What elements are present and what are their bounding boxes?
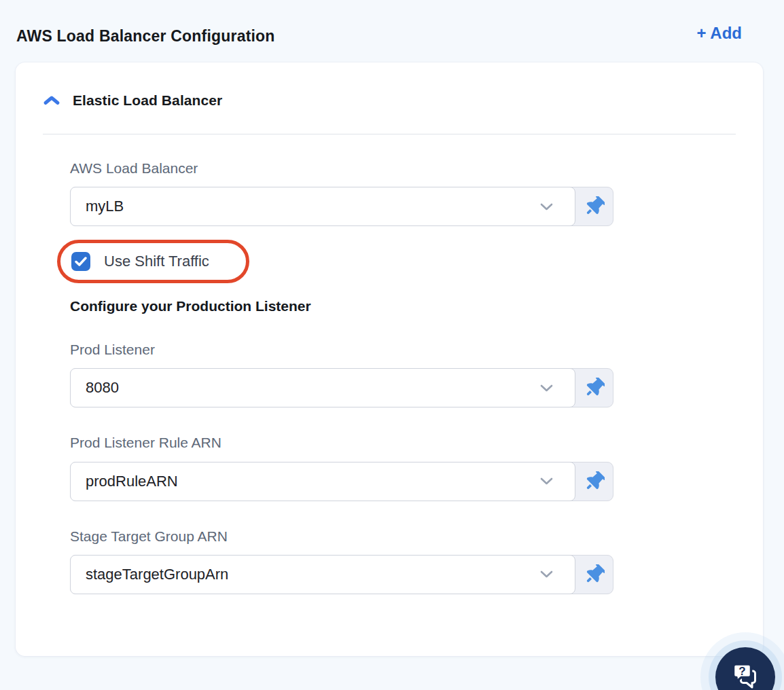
- section-title: Elastic Load Balancer: [73, 92, 222, 109]
- annotation-highlight: Use Shift Traffic: [57, 240, 249, 283]
- pin-button[interactable]: [575, 187, 613, 225]
- svg-text:?: ?: [738, 665, 745, 678]
- chevron-up-icon: [43, 94, 60, 107]
- prod-listener-select[interactable]: 8080: [70, 368, 575, 407]
- field-value: myLB: [86, 198, 540, 215]
- pushpin-icon: [584, 564, 605, 585]
- field-label: Prod Listener Rule ARN: [70, 434, 613, 451]
- chevron-down-icon: [540, 384, 553, 392]
- prod-listener-rule-arn-select[interactable]: prodRuleARN: [70, 462, 575, 501]
- aws-load-balancer-select[interactable]: myLB: [70, 187, 575, 226]
- page-header: AWS Load Balancer Configuration + Add: [0, 0, 784, 46]
- page-title: AWS Load Balancer Configuration: [16, 27, 275, 46]
- section-divider: [43, 134, 736, 134]
- use-shift-traffic-label[interactable]: Use Shift Traffic: [104, 253, 209, 270]
- chevron-down-icon: [540, 203, 553, 211]
- prod-listener-rule-arn-field: prodRuleARN: [70, 462, 613, 501]
- production-listener-heading: Configure your Production Listener: [70, 298, 613, 314]
- aws-load-balancer-field: myLB: [70, 187, 613, 226]
- pushpin-icon: [584, 471, 605, 492]
- field-value: prodRuleARN: [86, 473, 540, 490]
- chevron-down-icon: [540, 477, 553, 485]
- add-button[interactable]: + Add: [697, 24, 742, 42]
- prod-listener-field: 8080: [70, 368, 613, 407]
- pin-button[interactable]: [575, 369, 613, 407]
- load-balancer-card: Elastic Load Balancer AWS Load Balancer …: [16, 62, 763, 656]
- chevron-down-icon: [540, 570, 553, 578]
- chat-question-icon: ?: [730, 660, 761, 690]
- stage-target-group-arn-select[interactable]: stageTargetGroupArn: [70, 555, 575, 594]
- field-value: stageTargetGroupArn: [86, 566, 540, 583]
- field-label: AWS Load Balancer: [70, 160, 613, 177]
- field-label: Prod Listener: [70, 341, 613, 358]
- pushpin-icon: [584, 378, 605, 398]
- pin-button[interactable]: [575, 462, 613, 501]
- stage-target-group-arn-field: stageTargetGroupArn: [70, 555, 613, 594]
- use-shift-traffic-checkbox[interactable]: [71, 252, 90, 271]
- checkmark-icon: [75, 257, 87, 266]
- form-column: AWS Load Balancer myLB: [70, 160, 613, 594]
- field-label: Stage Target Group ARN: [70, 528, 613, 545]
- section-toggle-elastic-load-balancer[interactable]: Elastic Load Balancer: [43, 92, 222, 109]
- pin-button[interactable]: [575, 556, 613, 594]
- field-value: 8080: [86, 379, 540, 397]
- pushpin-icon: [584, 196, 605, 217]
